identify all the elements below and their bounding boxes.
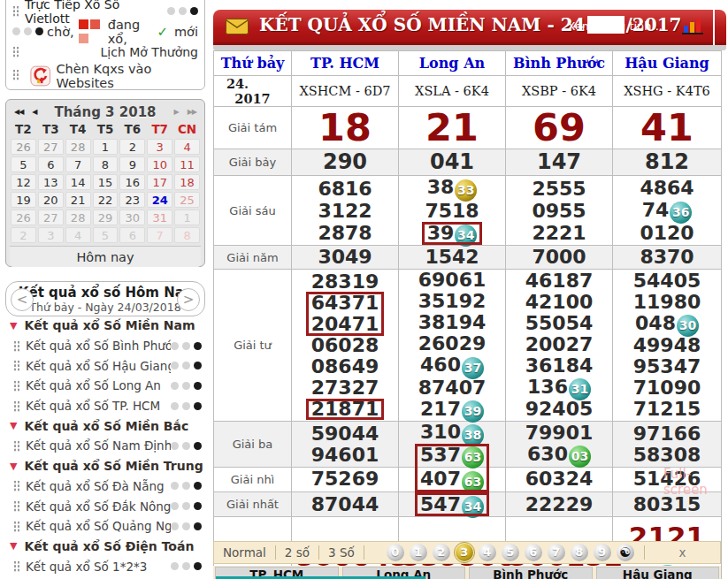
calendar-day[interactable]: 6 — [119, 227, 145, 243]
calendar-day[interactable]: 28 — [65, 210, 91, 225]
calendar-day[interactable]: 12 — [11, 174, 36, 190]
yinyang-ball[interactable]: ☯ — [617, 544, 634, 561]
column-header[interactable]: TP. HCM — [292, 51, 399, 76]
digit-ball-7[interactable]: 7 — [548, 544, 565, 561]
calendar-day[interactable]: 5 — [93, 227, 119, 243]
digit-ball-8[interactable]: 8 — [571, 544, 588, 561]
view-province-table-link[interactable]: Xem bảng tỉnh... — [567, 19, 663, 33]
calendar-day[interactable]: 2 — [119, 139, 145, 155]
calendar-day[interactable]: 5 — [11, 156, 36, 172]
drag-handle-icon[interactable] — [12, 69, 19, 80]
calendar-day[interactable]: 9 — [119, 156, 145, 172]
calendar-day[interactable]: 19 — [11, 192, 36, 208]
drag-handle-icon[interactable] — [13, 500, 19, 512]
calendar-day[interactable]: 26 — [11, 139, 36, 155]
calendar-day[interactable]: 27 — [38, 139, 64, 155]
drag-handle-icon[interactable] — [13, 400, 19, 412]
footer-tab[interactable]: Bình Phước — [469, 567, 593, 579]
calendar-day[interactable]: 31 — [147, 210, 172, 225]
calendar-day[interactable]: 15 — [93, 174, 119, 190]
drag-handle-icon[interactable] — [13, 480, 19, 491]
calendar-day[interactable]: 29 — [93, 210, 119, 225]
calendar-day[interactable]: 23 — [119, 192, 145, 208]
drag-handle-icon[interactable] — [13, 380, 19, 392]
toolbar-mode[interactable]: 3 Số — [319, 545, 364, 560]
schedule-link[interactable]: Lịch Mở Thưởng — [101, 45, 198, 59]
sidebar-item[interactable]: Kết quả xổ Số Hậu Giang — [5, 355, 207, 376]
today-next-button[interactable]: > — [177, 288, 200, 311]
sidebar-item[interactable]: Kết quả xổ Số 1*2*3 — [5, 556, 207, 576]
calendar-day[interactable]: 16 — [119, 174, 145, 190]
calendar-next-year-icon[interactable]: ▶▶ — [183, 108, 201, 116]
digit-ball-6[interactable]: 6 — [525, 544, 542, 561]
clear-button[interactable]: x — [645, 545, 720, 560]
digit-ball-5[interactable]: 5 — [502, 544, 519, 561]
calendar-day[interactable]: 4 — [174, 139, 200, 155]
calendar-prev-month-icon[interactable]: ◀ — [27, 108, 41, 116]
calendar-day[interactable]: 6 — [38, 156, 64, 172]
calendar-day[interactable]: 10 — [147, 156, 172, 172]
digit-ball-1[interactable]: 1 — [410, 544, 427, 561]
footer-tab[interactable]: Hậu Giang — [596, 567, 720, 579]
calendar-day[interactable]: 7 — [65, 156, 91, 172]
digit-ball-4[interactable]: 4 — [479, 544, 496, 561]
drag-handle-icon[interactable] — [13, 360, 19, 371]
sidebar-section[interactable]: ▼Kết quả xổ Số Miền Trung — [5, 456, 207, 476]
calendar-prev-year-icon[interactable]: ◀◀ — [10, 108, 27, 116]
sidebar-item[interactable]: Kết quả xổ Số Đắk Nông — [5, 496, 207, 516]
embed-link[interactable]: Chèn Kqxs vào Websites — [56, 62, 198, 90]
sidebar-section[interactable]: ▼Kết quả xổ Số Miền Nam — [5, 316, 207, 336]
calendar-day[interactable]: 25 — [174, 192, 200, 208]
drag-handle-icon[interactable] — [13, 560, 19, 572]
sidebar-item[interactable]: Kết quả xổ Số Nam Định — [5, 436, 207, 456]
calendar-day[interactable]: 26 — [11, 210, 36, 225]
column-header[interactable]: Long An — [399, 51, 506, 76]
calendar-day[interactable]: 7 — [147, 227, 172, 243]
digit-ball-3[interactable]: 3 — [456, 544, 473, 561]
calendar-day[interactable]: 24 — [147, 192, 172, 208]
calendar-day[interactable]: 27 — [38, 210, 64, 225]
sidebar-item[interactable]: Kết quả xổ Số TP. HCM — [5, 396, 207, 416]
drag-handle-icon[interactable] — [13, 340, 19, 352]
sidebar-section[interactable]: ▼Kết quả xổ Số Miền Bắc — [5, 415, 207, 436]
today-prev-button[interactable]: < — [11, 288, 34, 311]
calendar-day[interactable]: 28 — [65, 139, 91, 155]
column-header[interactable]: Hậu Giang — [613, 51, 722, 76]
calendar-day[interactable]: 14 — [65, 174, 91, 190]
sidebar-item[interactable]: Kết quả xổ Số Bình Phước — [5, 336, 207, 356]
calendar-day[interactable]: 13 — [38, 174, 64, 190]
calendar-day[interactable]: 11 — [174, 156, 200, 172]
calendar-day[interactable]: 3 — [147, 139, 172, 155]
calendar-day[interactable]: 1 — [174, 210, 200, 225]
calendar-next-month-icon[interactable]: ▶ — [170, 108, 183, 116]
calendar-day[interactable]: 8 — [93, 156, 119, 172]
bar-chart-icon[interactable] — [682, 16, 703, 35]
toolbar-mode[interactable]: Normal — [214, 545, 275, 560]
calendar-day[interactable]: 20 — [38, 192, 64, 208]
digit-ball-0[interactable]: 0 — [387, 544, 404, 561]
digit-ball-2[interactable]: 2 — [433, 544, 450, 561]
calendar-day[interactable]: 1 — [93, 139, 119, 155]
calendar-day[interactable]: 18 — [174, 174, 200, 190]
calendar-day[interactable]: 2 — [11, 227, 36, 243]
calendar-day[interactable]: 30 — [119, 210, 145, 225]
calendar-day[interactable]: 3 — [38, 227, 64, 243]
drag-handle-icon[interactable] — [13, 440, 19, 452]
calendar-day[interactable]: 22 — [93, 192, 119, 208]
toolbar-mode[interactable]: 2 số — [276, 545, 318, 560]
column-header[interactable]: Thứ bảy — [214, 51, 292, 76]
calendar-day[interactable]: 17 — [147, 174, 172, 190]
vietlott-live-row[interactable]: Trực Tiếp Xổ Số Vietlott — [12, 1, 198, 21]
digit-ball-9[interactable]: 9 — [594, 544, 611, 561]
today-button[interactable]: Hôm nay — [10, 246, 201, 267]
sidebar-item[interactable]: Kết quả xổ Số Đà Nẵng — [5, 476, 207, 497]
drag-handle-icon[interactable] — [13, 521, 19, 532]
calendar-day[interactable]: 8 — [174, 227, 200, 243]
calendar-day[interactable]: 21 — [65, 192, 91, 208]
sidebar-item[interactable]: Kết quả xổ Số Long An — [5, 376, 207, 396]
column-header[interactable]: Bình Phước — [506, 51, 613, 76]
drag-handle-icon[interactable] — [12, 46, 19, 57]
sidebar-item[interactable]: Kết quả xổ Số Quảng Ngãi — [5, 516, 207, 537]
drag-handle-icon[interactable] — [12, 5, 19, 17]
calendar-day[interactable]: 4 — [65, 227, 91, 243]
